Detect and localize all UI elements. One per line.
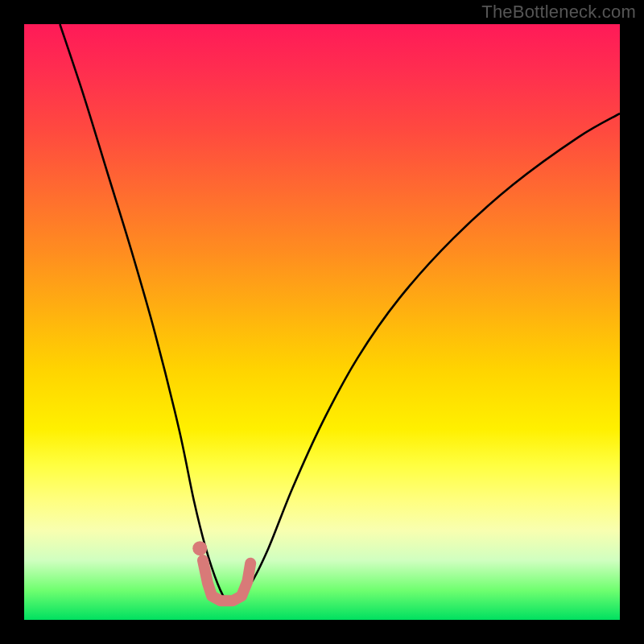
bracket-marker-dot xyxy=(192,541,207,555)
bracket-marker xyxy=(203,560,250,601)
bottleneck-curve xyxy=(60,24,620,603)
chart-plot-area xyxy=(24,24,620,620)
chart-svg xyxy=(24,24,620,620)
watermark-text: TheBottleneck.com xyxy=(481,2,636,23)
